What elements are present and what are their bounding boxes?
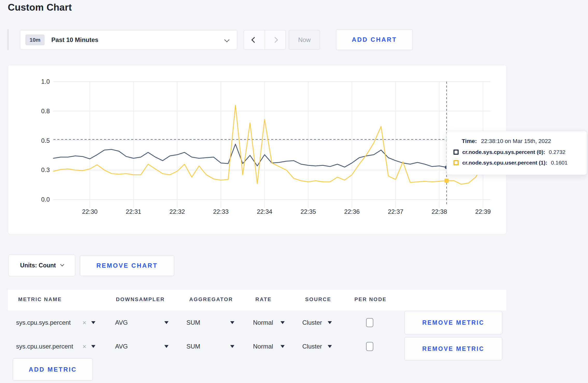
aggregator-caret-icon[interactable] [230,345,234,348]
remove-metric-button[interactable]: REMOVE METRIC [404,311,502,334]
now-button[interactable]: Now [289,30,320,50]
chart-plot-area[interactable] [53,82,490,211]
downsampler-select[interactable]: AVG [115,319,128,326]
time-nav-group [244,30,286,50]
x-axis-labels: 22:3022:3122:3222:3322:3422:3522:3622:37… [53,208,490,218]
y-tick-label: 0.3 [26,166,50,174]
x-tick-label: 22:36 [334,208,370,215]
time-range-label: Past 10 Minutes [51,36,98,44]
x-tick-label: 22:32 [159,208,195,215]
chevron-down-icon [60,262,65,266]
col-header-aggregator: AGGREGATOR [189,296,233,302]
metric-row: sys.cpu.sys.percent × AVG SUM Normal Clu… [8,311,506,335]
clear-metric-icon[interactable]: × [82,319,86,327]
x-tick-label: 22:31 [115,208,152,215]
units-select[interactable]: Units: Count [8,255,75,276]
rate-caret-icon[interactable] [281,345,285,348]
chart-svg[interactable] [53,82,490,211]
x-tick-label: 22:39 [465,208,501,215]
remove-chart-button[interactable]: REMOVE CHART [80,255,174,276]
add-metric-button[interactable]: ADD METRIC [13,358,93,381]
add-chart-button[interactable]: ADD CHART [336,29,413,50]
chevron-down-icon [224,37,229,42]
tooltip-series-value: 0.2732 [549,149,565,155]
col-header-per-node: PER NODE [354,296,387,302]
chart-card: 0.00.30.50.81.0 22:3022:3122:3222:3322:3… [8,65,506,234]
x-tick-label: 22:37 [377,208,414,215]
x-tick-label: 22:38 [421,208,457,215]
source-select[interactable]: Cluster [302,319,322,326]
units-label: Units: Count [20,262,56,269]
y-tick-label: 0.0 [26,196,50,203]
col-header-rate: RATE [255,296,272,302]
metric-row: sys.cpu.user.percent × AVG SUM Normal Cl… [8,335,506,358]
tooltip-time-value: 22:38:10 on Mar 15th, 2022 [481,138,551,145]
chevron-left-icon [251,37,257,43]
col-header-downsampler: DOWNSAMPLER [116,296,165,302]
clear-metric-icon[interactable]: × [82,343,86,351]
y-tick-label: 1.0 [26,78,50,85]
time-back-button[interactable] [244,30,265,49]
tooltip-time-label: Time: [462,138,477,145]
time-forward-button[interactable] [265,30,286,49]
x-tick-label: 22:33 [203,208,239,215]
metric-name-value[interactable]: sys.cpu.user.percent [16,343,73,350]
downsampler-caret-icon[interactable] [164,321,169,324]
page-title: Custom Chart [8,2,72,13]
rate-caret-icon[interactable] [281,321,285,324]
source-caret-icon[interactable] [328,345,332,348]
y-tick-label: 0.5 [26,137,50,144]
downsampler-caret-icon[interactable] [164,345,169,348]
time-range-badge: 10m [25,34,45,45]
time-range-select[interactable]: 10m Past 10 Minutes [20,30,237,50]
col-header-metric-name: METRIC NAME [18,296,62,302]
metric-name-value[interactable]: sys.cpu.sys.percent [16,319,71,326]
chart-tooltip: Time: 22:38:10 on Mar 15th, 2022 cr.node… [446,131,587,175]
source-select[interactable]: Cluster [302,343,322,350]
y-tick-label: 0.8 [26,108,50,115]
aggregator-select[interactable]: SUM [186,319,200,326]
tooltip-series-name: cr.node.sys.cpu.user.percent (1): [462,160,547,166]
tooltip-series-value: 0.1601 [551,160,568,166]
downsampler-select[interactable]: AVG [115,343,128,350]
custom-chart-page: Custom Chart 10m Past 10 Minutes Now ADD… [0,0,588,383]
y-axis-labels: 0.00.30.50.81.0 [25,82,50,200]
x-tick-label: 22:35 [290,208,326,215]
metrics-table-header: METRIC NAME DOWNSAMPLER AGGREGATOR RATE … [8,290,506,310]
source-caret-icon[interactable] [328,321,332,324]
metric-dropdown-caret-icon[interactable] [91,345,95,348]
aggregator-select[interactable]: SUM [186,343,200,350]
col-header-source: SOURCE [305,296,331,302]
toolbar-divider [8,29,8,50]
per-node-checkbox[interactable] [366,318,373,327]
sys-series-swatch-icon [453,150,459,155]
rate-select[interactable]: Normal [253,343,273,350]
metric-dropdown-caret-icon[interactable] [91,321,95,324]
remove-metric-button[interactable]: REMOVE METRIC [404,337,502,360]
aggregator-caret-icon[interactable] [230,321,234,324]
user-series-swatch-icon [453,160,459,165]
x-tick-label: 22:34 [246,208,283,215]
per-node-checkbox[interactable] [366,342,373,351]
x-tick-label: 22:30 [72,208,108,215]
rate-select[interactable]: Normal [253,319,273,326]
tooltip-series-name: cr.node.sys.cpu.sys.percent (0): [462,149,545,155]
chevron-right-icon [272,37,278,43]
